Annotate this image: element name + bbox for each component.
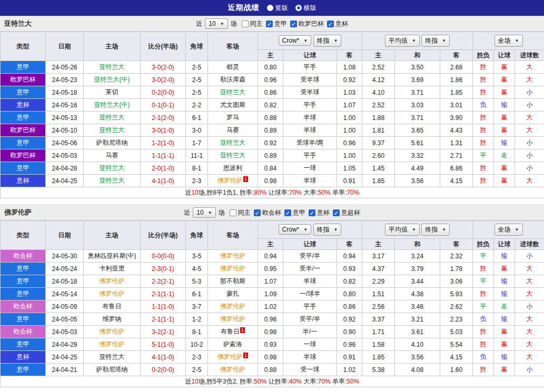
score-cell[interactable]: 1-1(1-1)	[141, 149, 186, 162]
score-cell[interactable]: 2-1(2-0)	[141, 112, 186, 124]
score-cell[interactable]: 1-2(1-0)	[141, 137, 186, 149]
away-team-cell[interactable]: 佛罗伦萨	[208, 364, 258, 376]
home-team-cell[interactable]: 亚特兰大	[84, 112, 141, 124]
fullmatch-group-header: 全场▼	[473, 32, 544, 50]
layout-radio-option[interactable]: 横版	[295, 4, 316, 13]
handicap-home-odds-cell: 0.88	[258, 112, 283, 124]
date-cell: 24-05-18	[46, 86, 84, 99]
bookmaker-select[interactable]: Crow*▼	[279, 35, 312, 46]
bookmaker-select[interactable]: Crow*▼	[279, 224, 312, 235]
home-team-cell[interactable]: 卡利亚里	[84, 263, 141, 275]
layout-radio-option[interactable]: 竖版	[267, 4, 288, 13]
away-team-cell[interactable]: 萨索洛	[208, 338, 258, 351]
home-team-cell[interactable]: 佛罗伦萨	[84, 275, 141, 288]
match-count-select[interactable]: 10 ▼	[205, 18, 228, 29]
away-team-cell[interactable]: 马赛	[208, 124, 258, 137]
away-team-cell[interactable]: 布鲁日1	[208, 326, 258, 338]
score-cell[interactable]: 5-1(1-0)	[141, 338, 186, 351]
score-cell[interactable]: 0-2(0-0)	[141, 364, 186, 376]
handicap-away-odds-cell: 1.08	[337, 61, 362, 74]
score-cell[interactable]: 2-1(1-1)	[141, 288, 186, 300]
score-cell[interactable]: 3-0(2-0)	[141, 61, 186, 74]
home-team-name: 亚特兰大	[100, 114, 125, 121]
checkbox-icon	[309, 209, 315, 216]
home-team-cell[interactable]: 亚特兰大	[84, 162, 141, 175]
fullmatch-select[interactable]: 全场▼	[494, 35, 523, 47]
away-team-cell[interactable]: 都灵	[208, 61, 258, 74]
home-team-cell[interactable]: 佛罗伦萨	[84, 338, 141, 351]
match-count-select[interactable]: 10 ▼	[193, 207, 215, 218]
away-team-name: 恩波利	[223, 164, 242, 172]
home-team-cell[interactable]: 亚特兰大	[84, 124, 141, 137]
away-team-cell[interactable]: 佛罗伦萨	[208, 250, 258, 263]
home-team-cell[interactable]: 亚特兰大	[84, 351, 141, 364]
home-team-cell[interactable]: 马赛	[84, 149, 141, 162]
away-team-cell[interactable]: 佛罗伦萨1	[208, 351, 258, 364]
score-cell[interactable]: 0-0(0-0)	[141, 250, 186, 263]
final-odds-select-2[interactable]: 终指▼	[421, 35, 450, 47]
score-cell[interactable]: 0-2(0-0)	[141, 86, 186, 99]
away-team-cell[interactable]: 佛罗伦萨1	[208, 175, 258, 187]
home-team-cell[interactable]: 萨勒尼塔纳	[84, 364, 141, 376]
away-team-cell[interactable]: 亚特兰大	[208, 137, 258, 149]
away-team-cell[interactable]: 罗马	[208, 112, 258, 124]
score-cell[interactable]: 4-1(1-0)	[141, 175, 186, 187]
fullmatch-select[interactable]: 全场▼	[494, 224, 523, 236]
away-team-cell[interactable]: 亚特兰大	[208, 149, 258, 162]
score-cell[interactable]: 4-1(1-0)	[141, 351, 186, 364]
home-team-cell[interactable]: 佛罗伦萨	[84, 288, 141, 300]
handicap-line-cell: 半球	[283, 175, 337, 187]
league-filter-checkbox[interactable]: 意甲	[266, 19, 287, 28]
home-team-cell[interactable]: 亚特兰大(中)	[84, 99, 141, 112]
away-team-cell[interactable]: 佛罗伦萨	[208, 300, 258, 313]
league-filter-checkbox[interactable]: 欧罗巴杯	[290, 19, 324, 28]
home-team-cell[interactable]: 亚特兰大(中)	[84, 74, 141, 86]
away-team-cell[interactable]: 恩波利	[208, 162, 258, 175]
final-odds-select[interactable]: 终指▼	[313, 35, 342, 47]
home-team-cell[interactable]: 奥林匹亚科斯(中)	[84, 250, 141, 263]
away-team-cell[interactable]: 亚特兰大	[208, 86, 258, 99]
home-team-cell[interactable]: 维罗纳	[84, 313, 141, 326]
away-team-cell[interactable]: 佛罗伦萨	[208, 263, 258, 275]
home-team-cell[interactable]: 亚特兰大	[84, 61, 141, 74]
away-team-cell[interactable]: 那不勒斯	[208, 275, 258, 288]
checkbox-icon	[327, 21, 334, 27]
final-odds-select-2[interactable]: 终指▼	[421, 224, 450, 236]
league-filter-checkbox[interactable]: 意杯	[309, 208, 330, 217]
score-cell[interactable]: 0-1(0-1)	[141, 99, 186, 112]
score-cell[interactable]: 3-0(2-0)	[141, 74, 186, 86]
score-cell[interactable]: 2-1(1-1)	[141, 313, 186, 326]
home-team-cell[interactable]: 佛罗伦萨	[84, 326, 141, 338]
score-cell[interactable]: 2-0(1-0)	[141, 162, 186, 175]
score-cell[interactable]: 3-0(1-0)	[141, 124, 186, 137]
home-team-cell[interactable]: 布鲁日	[84, 300, 141, 313]
away-team-cell[interactable]: 尤文图斯	[208, 99, 258, 112]
league-filter-checkbox[interactable]: 意超杯	[333, 208, 360, 217]
final-odds-select[interactable]: 终指▼	[313, 224, 342, 236]
league-filter-checkbox[interactable]: 同主	[230, 208, 251, 217]
league-filter-checkbox[interactable]: 意杯	[327, 19, 348, 28]
home-team-cell[interactable]: 莱切	[84, 86, 141, 99]
avg-draw-odds-cell: 3.21	[395, 313, 440, 326]
home-team-cell[interactable]: 亚特兰大	[84, 175, 141, 187]
goals-result-cell: 大	[515, 313, 544, 326]
avg-draw-odds-cell: 3.71	[395, 86, 440, 99]
league-filter-checkbox[interactable]: 意甲	[284, 208, 305, 217]
avg-draw-odds-cell: 3.56	[395, 351, 440, 364]
avg-away-odds-cell: 4.15	[440, 175, 473, 187]
away-team-cell[interactable]: 勒沃库森	[208, 74, 258, 86]
score-cell[interactable]: 1-1(1-0)	[141, 300, 186, 313]
away-team-cell[interactable]: 佛罗伦萨	[208, 313, 258, 326]
league-filter-checkbox[interactable]: 同主	[242, 19, 263, 28]
date-cell: 24-04-21	[46, 364, 84, 376]
result-cell: 胜	[473, 74, 494, 86]
average-select[interactable]: 平均值▼	[385, 35, 420, 47]
away-team-cell[interactable]: 蒙扎	[208, 288, 258, 300]
league-filter-checkbox[interactable]: 欧会杯	[254, 208, 281, 217]
goals-result-cell: 大	[515, 326, 544, 338]
home-team-cell[interactable]: 萨勒尼塔纳	[84, 137, 141, 149]
score-cell[interactable]: 2-2(2-1)	[141, 275, 186, 288]
score-cell[interactable]: 3-2(2-1)	[141, 326, 186, 338]
average-select[interactable]: 平均值▼	[385, 224, 420, 236]
score-cell[interactable]: 2-3(0-1)	[141, 263, 186, 275]
